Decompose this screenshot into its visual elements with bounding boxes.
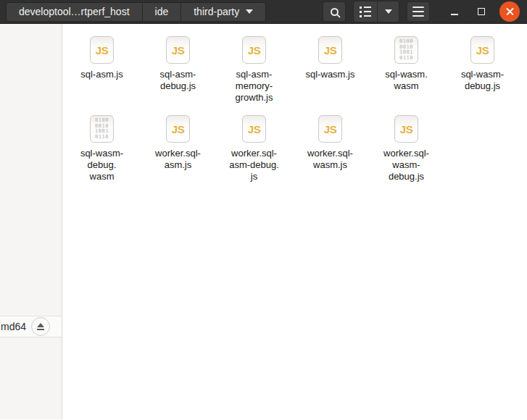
list-view-button[interactable]	[354, 1, 377, 22]
list-view-icon	[360, 7, 371, 17]
view-options-group	[353, 1, 399, 22]
path-segment-ide[interactable]: ide	[142, 3, 181, 21]
headerbar: developtool…rtperf_host ide third-party	[0, 0, 527, 24]
search-icon	[331, 8, 339, 16]
javascript-file-icon: JS	[394, 115, 418, 143]
javascript-file-icon: JS	[166, 36, 190, 64]
window-controls	[446, 1, 527, 22]
file-item[interactable]: JSworker.sql- wasm- debug.js	[370, 115, 443, 182]
path-segment-third-party[interactable]: third-party	[180, 3, 265, 21]
view-options-dropdown-button[interactable]	[377, 1, 399, 22]
file-name-label: worker.sql- asm-debug. js	[229, 148, 279, 182]
file-item[interactable]: JSsql-wasm.js	[294, 36, 367, 80]
file-name-label: sql-wasm.js	[306, 69, 355, 80]
file-manager-window: developtool…rtperf_host ide third-party	[0, 0, 527, 420]
file-name-label: worker.sql- asm.js	[155, 148, 201, 171]
minimize-icon	[451, 14, 458, 15]
file-item[interactable]: JSsql-asm- memory- growth.js	[218, 36, 291, 104]
javascript-file-icon: JS	[470, 36, 494, 64]
header-actions	[323, 1, 430, 22]
file-item[interactable]: 0100 0010 1001 0110sql-wasm. wasm	[370, 36, 443, 92]
file-grid: JSsql-asm.jsJSsql-asm- debug.jsJSsql-asm…	[64, 36, 520, 194]
eject-button[interactable]	[31, 317, 50, 336]
window-body: md64 JSsql-asm.jsJSsql-asm- debug.jsJSsq…	[0, 24, 527, 419]
javascript-file-icon: JS	[166, 115, 190, 143]
file-name-label: sql-asm- debug.js	[160, 69, 196, 92]
wasm-binary-file-icon: 0100 0010 1001 0110	[394, 36, 418, 64]
path-segment-label: third-party	[194, 6, 239, 17]
eject-icon	[37, 323, 44, 327]
file-name-label: sql-asm.js	[80, 69, 123, 80]
file-item[interactable]: JSsql-asm- debug.js	[142, 36, 215, 92]
file-item[interactable]: 0100 0010 1001 0110sql-wasm- debug. wasm	[66, 115, 138, 182]
chevron-down-icon	[385, 9, 392, 14]
file-item[interactable]: JSsql-asm.js	[66, 36, 138, 80]
javascript-file-icon: JS	[318, 36, 342, 64]
hamburger-menu-icon	[412, 7, 424, 17]
wasm-binary-file-icon: 0100 0010 1001 0110	[90, 115, 114, 143]
path-bar: developtool…rtperf_host ide third-party	[6, 2, 266, 22]
path-segment-developtool[interactable]: developtool…rtperf_host	[7, 3, 142, 21]
javascript-file-icon: JS	[90, 36, 114, 64]
maximize-icon	[478, 8, 485, 15]
close-button[interactable]	[499, 1, 520, 22]
maximize-button[interactable]	[473, 3, 490, 20]
file-name-label: worker.sql- wasm.js	[307, 148, 353, 171]
sidebar-item-volume[interactable]: md64	[0, 316, 62, 337]
file-name-label: worker.sql- wasm- debug.js	[383, 148, 429, 182]
file-name-label: sql-wasm- debug. wasm	[80, 148, 123, 182]
file-item[interactable]: JSworker.sql- asm.js	[142, 115, 215, 171]
file-name-label: sql-wasm. wasm	[385, 69, 428, 92]
file-name-label: sql-wasm- debug.js	[461, 69, 504, 92]
javascript-file-icon: JS	[318, 115, 342, 143]
javascript-file-icon: JS	[242, 36, 266, 64]
search-button[interactable]	[323, 1, 346, 22]
file-item[interactable]: JSsql-wasm- debug.js	[447, 36, 519, 92]
sidebar: md64	[0, 24, 62, 419]
volume-label: md64	[1, 321, 26, 332]
file-name-label: sql-asm- memory- growth.js	[235, 69, 273, 104]
javascript-file-icon: JS	[242, 115, 266, 143]
menu-button[interactable]	[407, 1, 430, 22]
chevron-down-icon	[246, 9, 253, 14]
file-item[interactable]: JSworker.sql- wasm.js	[294, 115, 367, 171]
file-item[interactable]: JSworker.sql- asm-debug. js	[218, 115, 291, 182]
minimize-button[interactable]	[446, 3, 463, 20]
